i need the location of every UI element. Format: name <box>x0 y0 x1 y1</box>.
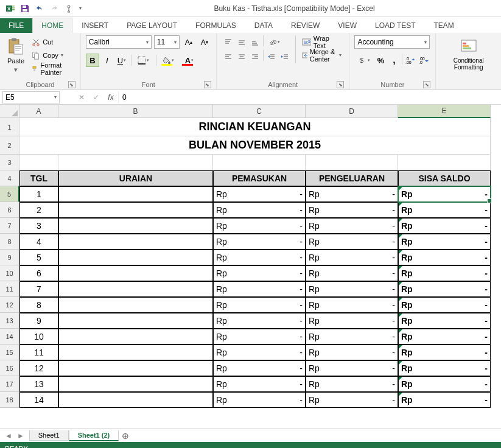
cell[interactable]: Rp- <box>213 345 306 360</box>
number-format-select[interactable]: Accounting▾ <box>354 35 430 49</box>
row-header[interactable]: 5 <box>0 186 19 202</box>
accounting-format-button[interactable]: $▾ <box>354 54 374 67</box>
percent-button[interactable]: % <box>374 54 387 67</box>
clipboard-dialog-launcher[interactable]: ⬊ <box>68 81 75 88</box>
format-painter-button[interactable]: Format Painter <box>29 62 75 75</box>
row-header[interactable]: 3 <box>0 155 19 170</box>
cancel-formula-button[interactable]: ✕ <box>74 91 89 103</box>
cell[interactable]: 11 <box>19 345 58 360</box>
cell[interactable]: Rp- <box>213 202 306 218</box>
cell[interactable]: Rp- <box>213 329 306 345</box>
cell[interactable] <box>398 155 491 170</box>
add-sheet-button[interactable]: ⊕ <box>119 431 132 441</box>
formula-input[interactable] <box>118 91 501 103</box>
cell[interactable]: Rp- <box>306 376 398 392</box>
tab-view[interactable]: VIEW <box>329 18 366 33</box>
decrease-indent-button[interactable] <box>265 50 278 63</box>
row-header[interactable]: 6 <box>0 202 19 218</box>
fx-button[interactable]: fx <box>103 91 118 103</box>
font-dialog-launcher[interactable]: ⬊ <box>204 81 211 88</box>
cell[interactable]: Rp- <box>213 297 306 313</box>
row-header[interactable]: 13 <box>0 313 19 329</box>
cell[interactable] <box>58 392 213 408</box>
col-header-e[interactable]: E <box>398 105 491 118</box>
conditional-formatting-button[interactable]: Conditional Formatting <box>441 35 496 72</box>
cell-header-pemasukan[interactable]: PEMASUKAN <box>213 170 306 186</box>
cell[interactable]: 5 <box>19 250 58 265</box>
cell[interactable]: Rp- <box>306 186 398 202</box>
cell-header-pengeluaran[interactable]: PENGELUARAN <box>306 170 398 186</box>
cell[interactable]: 10 <box>19 329 58 345</box>
underline-button[interactable]: U▾ <box>115 54 128 67</box>
tab-insert[interactable]: INSERT <box>72 18 117 33</box>
row-header[interactable]: 2 <box>0 136 19 155</box>
cell[interactable]: 6 <box>19 265 58 281</box>
sheet-prev-button[interactable]: ◄ <box>5 432 12 440</box>
tab-team[interactable]: TEAM <box>424 18 463 33</box>
cell[interactable]: Rp- <box>398 329 491 345</box>
cell[interactable]: Rp- <box>306 329 398 345</box>
cell[interactable]: Rp- <box>398 234 491 250</box>
number-dialog-launcher[interactable]: ⬊ <box>423 81 430 88</box>
cell[interactable]: Rp- <box>213 186 306 202</box>
row-header[interactable]: 16 <box>0 360 19 376</box>
cell[interactable]: Rp- <box>398 218 491 234</box>
cell[interactable]: Rp- <box>398 345 491 360</box>
cell[interactable]: Rp- <box>398 186 491 202</box>
redo-icon[interactable] <box>47 2 61 15</box>
align-top-button[interactable] <box>222 35 235 49</box>
cell[interactable]: Rp- <box>306 234 398 250</box>
col-header-d[interactable]: D <box>306 105 398 118</box>
cell[interactable]: Rp- <box>213 250 306 265</box>
decrease-decimal-button[interactable]: .00.0 <box>417 54 430 67</box>
cell[interactable] <box>58 155 213 170</box>
cell[interactable]: Rp- <box>306 313 398 329</box>
tab-home[interactable]: HOME <box>32 18 72 33</box>
row-header[interactable]: 14 <box>0 329 19 345</box>
col-header-a[interactable]: A <box>19 105 58 118</box>
cell-header-tgl[interactable]: TGL <box>19 170 58 186</box>
cell[interactable] <box>58 250 213 265</box>
align-center-button[interactable] <box>235 50 248 63</box>
cell[interactable] <box>213 155 306 170</box>
row-header[interactable]: 11 <box>0 281 19 297</box>
cell[interactable]: Rp- <box>306 345 398 360</box>
undo-icon[interactable] <box>33 2 46 15</box>
sheet-next-button[interactable]: ► <box>17 432 24 440</box>
cut-button[interactable]: Cut <box>29 35 75 48</box>
italic-button[interactable]: I <box>100 54 114 67</box>
cell[interactable]: Rp- <box>398 202 491 218</box>
cell[interactable]: Rp- <box>306 392 398 408</box>
touch-mode-icon[interactable] <box>62 2 75 15</box>
tab-file[interactable]: FILE <box>0 18 32 33</box>
cell[interactable]: Rp- <box>213 360 306 376</box>
align-left-button[interactable] <box>222 50 235 63</box>
cell[interactable]: Rp- <box>306 360 398 376</box>
cell-header-sisa[interactable]: SISA SALDO <box>398 170 491 186</box>
fill-color-button[interactable]: ▾ <box>159 54 178 67</box>
cell[interactable]: Rp- <box>306 250 398 265</box>
tab-page-layout[interactable]: PAGE LAYOUT <box>117 18 186 33</box>
excel-icon[interactable]: X <box>4 2 17 15</box>
tab-data[interactable]: DATA <box>245 18 282 33</box>
cell[interactable]: 8 <box>19 297 58 313</box>
cell[interactable]: 3 <box>19 218 58 234</box>
cell-header-uraian[interactable]: URAIAN <box>58 170 213 186</box>
borders-button[interactable]: ▾ <box>134 54 153 67</box>
row-header[interactable]: 12 <box>0 297 19 313</box>
cell[interactable] <box>58 297 213 313</box>
cell[interactable] <box>58 218 213 234</box>
cell[interactable] <box>58 345 213 360</box>
cell[interactable]: Rp- <box>306 297 398 313</box>
cell[interactable]: Rp- <box>213 376 306 392</box>
select-all-corner[interactable] <box>0 105 19 118</box>
tab-load-test[interactable]: LOAD TEST <box>366 18 424 33</box>
cell[interactable]: Rp- <box>398 281 491 297</box>
alignment-dialog-launcher[interactable]: ⬊ <box>337 81 344 88</box>
cell[interactable]: Rp- <box>398 392 491 408</box>
row-header[interactable]: 1 <box>0 118 19 136</box>
cell[interactable] <box>58 376 213 392</box>
cell[interactable]: 9 <box>19 313 58 329</box>
row-header[interactable]: 7 <box>0 218 19 234</box>
cell[interactable]: Rp- <box>306 202 398 218</box>
